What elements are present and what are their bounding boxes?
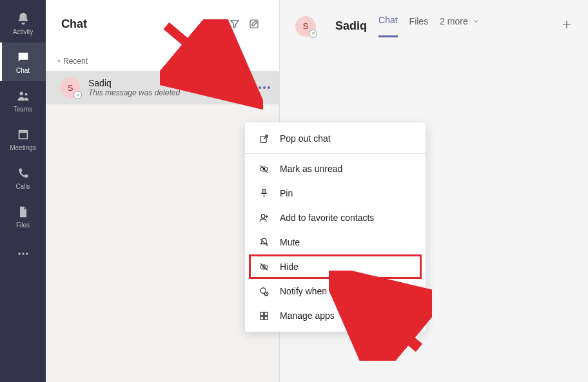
pin-icon (258, 187, 270, 199)
favorite-icon (258, 212, 270, 224)
popout-icon (258, 133, 270, 144)
menu-mute[interactable]: Mute (245, 230, 426, 254)
menu-mark-unread[interactable]: Mark as unread (245, 157, 426, 181)
svg-rect-5 (250, 20, 258, 28)
filter-button[interactable] (225, 14, 244, 33)
svg-point-3 (22, 253, 24, 254)
popout-chat-button[interactable] (240, 82, 251, 93)
menu-add-favorite[interactable]: Add to favorite contacts (245, 205, 426, 230)
bell-icon (15, 11, 31, 26)
rail-label: Meetings (10, 144, 36, 151)
menu-notify-available[interactable]: Notify when available (245, 279, 426, 303)
rail-meetings[interactable]: Meetings (0, 120, 46, 158)
menu-label: Mute (280, 237, 300, 247)
svg-rect-16 (264, 312, 268, 315)
rail-label: Teams (14, 106, 32, 113)
menu-divider (245, 153, 426, 154)
avatar[interactable]: S ✕ (295, 16, 316, 37)
plus-icon (561, 19, 573, 30)
notify-icon (258, 285, 270, 297)
rail-teams[interactable]: Teams (0, 81, 46, 120)
chat-context-menu: Pop out chat Mark as unread Pin Add to f… (245, 122, 426, 332)
avatar: S ✕ (60, 77, 81, 98)
menu-label: Add to favorite contacts (280, 213, 374, 223)
svg-rect-18 (264, 316, 268, 320)
app-rail: Activity Chat Teams Meetings Calls (0, 0, 46, 382)
teams-icon (15, 88, 31, 104)
rail-activity[interactable]: Activity (0, 4, 46, 43)
rail-label: Calls (15, 183, 30, 190)
menu-pin[interactable]: Pin (245, 181, 426, 205)
unread-icon (258, 163, 270, 175)
apps-icon (258, 310, 270, 321)
chat-name: Sadiq (88, 78, 240, 88)
menu-hide[interactable]: Hide (249, 254, 422, 279)
svg-point-10 (261, 214, 265, 218)
menu-label: Hide (280, 262, 299, 272)
menu-label: Notify when available (280, 286, 365, 296)
recent-section[interactable]: ▾ Recent (46, 45, 279, 71)
menu-label: Manage apps (280, 310, 335, 321)
svg-point-2 (18, 253, 20, 254)
calendar-icon (15, 127, 31, 142)
svg-point-1 (24, 93, 27, 95)
add-tab-button[interactable] (561, 19, 573, 33)
menu-label: Pin (280, 188, 293, 198)
rail-more[interactable] (0, 236, 46, 272)
phone-icon (15, 166, 31, 181)
menu-label: Mark as unread (280, 164, 342, 174)
svg-point-4 (26, 253, 28, 254)
main-header: S ✕ Sadiq Chat Files 2 more (280, 0, 588, 42)
chat-icon (15, 50, 31, 65)
file-icon (15, 204, 31, 220)
presence-offline-icon: ✕ (309, 30, 317, 38)
rail-label: Activity (13, 28, 34, 35)
menu-manage-apps[interactable]: Manage apps (245, 303, 426, 328)
chat-row[interactable]: S ✕ Sadiq This message was deleted (46, 71, 279, 104)
tab-more[interactable]: 2 more (440, 16, 480, 37)
menu-label: Pop out chat (280, 133, 331, 144)
chat-more-button[interactable] (259, 86, 270, 89)
rail-label: Chat (16, 67, 30, 74)
conversation-title: Sadiq (335, 19, 367, 33)
svg-rect-17 (260, 316, 263, 320)
chevron-down-icon: ▾ (57, 58, 61, 64)
chevron-down-icon (472, 17, 480, 25)
chat-preview: This message was deleted (88, 88, 240, 97)
tab-files[interactable]: Files (409, 16, 429, 37)
rail-chat[interactable]: Chat (0, 43, 46, 81)
rail-calls[interactable]: Calls (0, 158, 46, 197)
tab-chat[interactable]: Chat (378, 15, 398, 37)
chat-list-title: Chat (61, 17, 225, 31)
rail-files[interactable]: Files (0, 197, 46, 236)
ellipsis-icon (15, 246, 31, 262)
ellipsis-icon (259, 86, 270, 89)
presence-offline-icon: ✕ (74, 91, 82, 99)
mute-icon (258, 236, 270, 248)
section-label: Recent (63, 57, 88, 66)
svg-rect-15 (260, 312, 263, 315)
chat-meta: Sadiq This message was deleted (88, 78, 240, 97)
svg-point-0 (19, 92, 23, 96)
compose-icon (248, 18, 260, 30)
rail-label: Files (16, 222, 30, 229)
hide-icon (258, 261, 270, 272)
new-chat-button[interactable] (244, 14, 264, 33)
menu-popout-chat[interactable]: Pop out chat (245, 126, 426, 151)
popout-icon (240, 82, 251, 93)
chat-list-header: Chat (46, 0, 279, 45)
filter-icon (229, 18, 240, 30)
